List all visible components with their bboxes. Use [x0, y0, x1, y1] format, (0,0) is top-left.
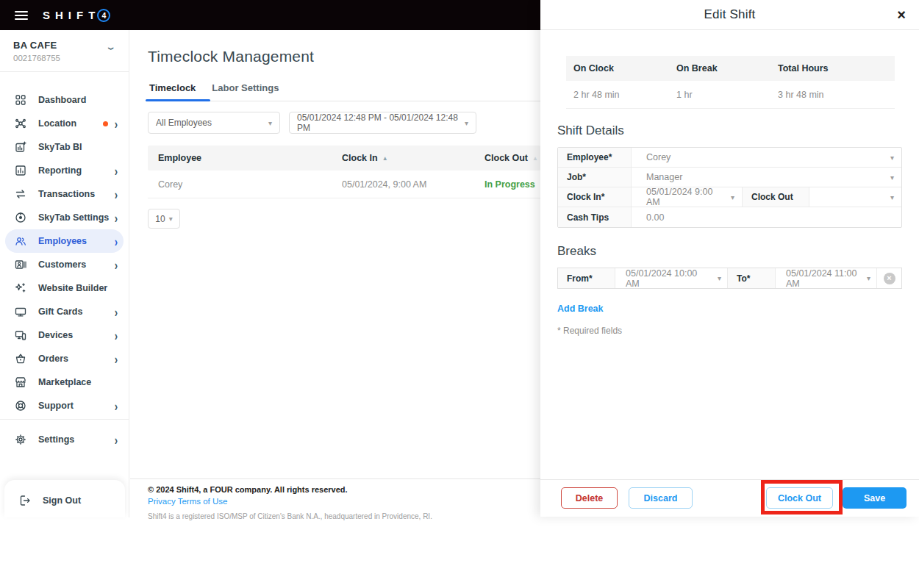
caret-down-icon: ▾: [884, 173, 894, 182]
shift-details-heading: Shift Details: [557, 123, 919, 138]
gift-cards-icon: [15, 306, 26, 318]
sidebar-item-label: Support: [38, 401, 74, 411]
break-from-select[interactable]: 05/01/2024 10:00 AM ▾: [615, 268, 727, 288]
chevron-right-icon: ›: [115, 398, 118, 413]
sidebar-nav: DashboardLocation›SkyTab BIReporting›Tra…: [0, 88, 129, 417]
sidebar-item-skytab-bi[interactable]: SkyTab BI: [0, 135, 129, 159]
cash-tips-input[interactable]: 0.00: [632, 207, 901, 227]
date-range-select[interactable]: 05/01/2024 12:48 PM - 05/01/2024 12:48 P…: [289, 112, 476, 134]
customers-icon: [15, 259, 26, 270]
clock-out-button[interactable]: Clock Out: [766, 487, 833, 509]
employee-filter-value: All Employees: [156, 118, 212, 128]
sort-asc-icon: ▲: [382, 155, 388, 162]
job-select[interactable]: Manager ▾: [632, 168, 901, 187]
sidebar: BA CAFE › 0021768755 DashboardLocation›S…: [0, 30, 129, 517]
sidebar-item-gift-cards[interactable]: Gift Cards›: [0, 300, 129, 323]
sidebar-item-transactions[interactable]: Transactions›: [0, 182, 129, 206]
cell-clock-in: 05/01/2024, 9:00 AM: [332, 179, 482, 190]
tab-labor-settings[interactable]: Labor Settings: [210, 78, 280, 101]
chevron-right-icon: ›: [115, 328, 118, 343]
column-header-clock-out[interactable]: Clock Out ▲: [482, 153, 540, 163]
sidebar-item-settings[interactable]: Settings ›: [0, 428, 129, 451]
table-row[interactable]: Corey 05/01/2024, 9:00 AM In Progress: [148, 171, 540, 198]
chevron-right-icon: ›: [115, 351, 118, 366]
sidebar-item-label: Reporting: [38, 165, 82, 176]
caret-down-icon: ▾: [725, 193, 734, 201]
timeclock-table: Employee Clock In ▲ Clock Out ▲ Corey 05…: [148, 146, 540, 198]
sidebar-item-marketplace[interactable]: Marketplace: [0, 370, 129, 394]
required-fields-note: * Required fields: [557, 326, 919, 336]
sidebar-item-label: Marketplace: [38, 377, 91, 387]
shift-details-form: Employee* Corey ▾ Job* Manager ▾ Clock I…: [557, 147, 902, 228]
sidebar-item-label: Transactions: [38, 189, 95, 199]
sidebar-item-website-builder[interactable]: Website Builder: [0, 276, 129, 300]
menu-icon[interactable]: [15, 9, 28, 22]
chevron-right-icon: ›: [115, 257, 118, 272]
employee-select[interactable]: Corey ▾: [632, 148, 901, 167]
chevron-right-icon: ›: [115, 210, 118, 225]
transactions-icon: [15, 188, 26, 200]
employee-filter-select[interactable]: All Employees ▾: [148, 112, 280, 134]
logo-badge: 4: [97, 9, 110, 22]
clock-out-select[interactable]: ▾: [809, 187, 901, 207]
sidebar-item-dashboard[interactable]: Dashboard: [0, 88, 129, 112]
main-footer: © 2024 Shift4, a FOUR company. All right…: [130, 478, 540, 520]
merchant-name: BA CAFE: [13, 40, 115, 51]
summary-value-on-clock: 2 hr 48 min: [566, 90, 669, 100]
breaks-heading: Breaks: [557, 244, 919, 259]
marketplace-icon: [15, 376, 26, 388]
logo-text: SHIFT: [43, 9, 100, 21]
sidebar-item-label: Settings: [38, 434, 74, 445]
sidebar-item-location[interactable]: Location›: [0, 112, 129, 135]
delete-button[interactable]: Delete: [561, 487, 618, 509]
page-size-select[interactable]: 10 ▾: [148, 209, 180, 229]
table-header-row: Employee Clock In ▲ Clock Out ▲: [148, 146, 540, 171]
panel-footer: Delete Discard Clock Out Save: [540, 479, 919, 517]
devices-icon: [15, 329, 26, 341]
merchant-id: 0021768755: [13, 54, 115, 62]
column-header-employee[interactable]: Employee: [148, 153, 332, 163]
summary-header-on-clock: On Clock: [566, 63, 669, 74]
sidebar-item-label: Location: [38, 118, 76, 129]
tab-timeclock[interactable]: Timeclock: [148, 78, 197, 101]
sidebar-item-customers[interactable]: Customers›: [0, 253, 129, 276]
form-row-job: Job* Manager ▾: [558, 168, 901, 187]
website-builder-icon: [15, 282, 26, 294]
sidebar-item-employees[interactable]: Employees›: [5, 229, 124, 253]
shift-summary-table: On Clock On Break Total Hours 2 hr 48 mi…: [566, 56, 895, 109]
add-break-link[interactable]: Add Break: [557, 304, 604, 314]
break-to-select[interactable]: 05/01/2024 11:00 AM ▾: [776, 268, 876, 288]
remove-break-button[interactable]: ×: [876, 268, 901, 288]
skytab-settings-icon: [15, 212, 26, 223]
sidebar-item-sign-out[interactable]: Sign Out: [4, 489, 125, 512]
edit-shift-panel: Edit Shift × On Clock On Break Total Hou…: [540, 0, 919, 517]
page-title: Timeclock Management: [148, 48, 540, 65]
save-button[interactable]: Save: [843, 487, 907, 509]
notification-dot: [103, 121, 108, 126]
clock-in-select[interactable]: 05/01/2024 9:00 AM ▾: [632, 187, 742, 207]
sidebar-item-label: Orders: [38, 354, 68, 364]
circle-x-icon: ×: [884, 273, 895, 284]
merchant-selector[interactable]: BA CAFE › 0021768755: [0, 30, 129, 72]
form-row-cash-tips: Cash Tips 0.00: [558, 207, 901, 227]
sidebar-item-orders[interactable]: Orders›: [0, 347, 129, 370]
sidebar-item-label: Gift Cards: [38, 306, 82, 317]
discard-button[interactable]: Discard: [629, 487, 693, 509]
sidebar-item-devices[interactable]: Devices›: [0, 323, 129, 347]
sidebar-item-support[interactable]: Support›: [0, 394, 129, 417]
sidebar-item-reporting[interactable]: Reporting›: [0, 159, 129, 182]
break-from-label: From*: [558, 268, 615, 288]
form-row-employee: Employee* Corey ▾: [558, 148, 901, 168]
chevron-right-icon: ›: [115, 163, 118, 178]
column-header-clock-in[interactable]: Clock In ▲: [332, 153, 482, 163]
chevron-down-icon: ›: [104, 47, 120, 51]
filter-bar: All Employees ▾ 05/01/2024 12:48 PM - 05…: [148, 112, 540, 134]
skytab-bi-icon: [15, 141, 26, 153]
privacy-link[interactable]: Privacy Terms of Use: [148, 497, 227, 506]
copyright-text: © 2024 Shift4, a FOUR company. All right…: [148, 485, 540, 494]
close-icon[interactable]: ×: [897, 7, 906, 22]
sidebar-item-skytab-settings[interactable]: SkyTab Settings›: [0, 206, 129, 229]
support-icon: [15, 400, 26, 412]
summary-header-on-break: On Break: [669, 63, 770, 74]
gear-icon: [15, 434, 26, 445]
